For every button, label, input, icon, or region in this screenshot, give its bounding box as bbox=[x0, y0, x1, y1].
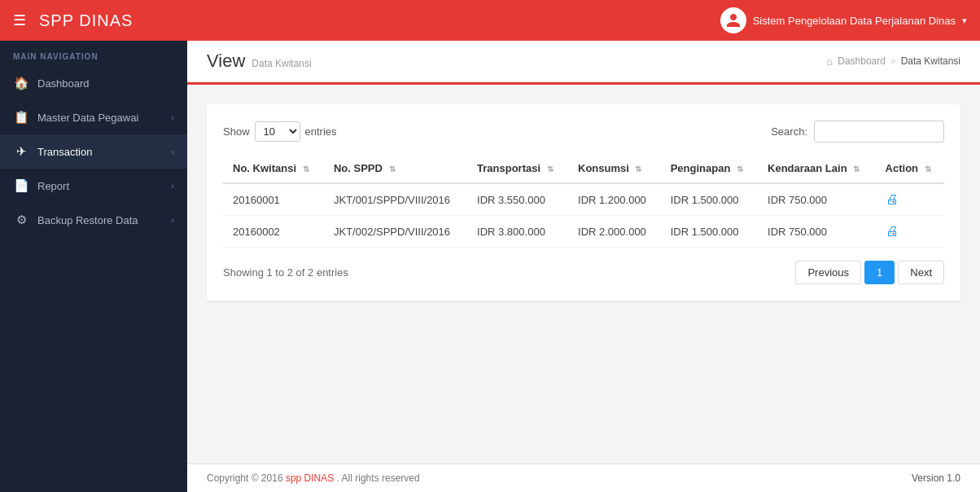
col-kendaraan-lain[interactable]: Kendaraan Lain ⇅ bbox=[758, 154, 876, 183]
col-konsumsi[interactable]: Konsumsi ⇅ bbox=[568, 154, 661, 183]
sidebar-item-backup[interactable]: ⚙ Backup Restore Data › bbox=[0, 203, 187, 237]
sidebar-item-label: Report bbox=[37, 180, 163, 192]
main-layout: Main Navigation 🏠 Dashboard 📋 Master Dat… bbox=[0, 41, 980, 492]
sort-icon: ⇅ bbox=[547, 165, 553, 174]
cell-no-kwitansi: 20160001 bbox=[223, 183, 324, 216]
table-row: 20160001 JKT/001/SPPD/VIII/2016 IDR 3.55… bbox=[223, 183, 944, 216]
sort-icon: ⇅ bbox=[635, 165, 641, 174]
data-card: Show 10 25 50 100 entries Search: bbox=[207, 104, 960, 301]
user-menu-chevron[interactable]: ▾ bbox=[962, 15, 967, 26]
search-label: Search: bbox=[771, 125, 807, 138]
chevron-right-icon: › bbox=[171, 215, 174, 225]
menu-toggle-icon[interactable]: ☰ bbox=[13, 11, 26, 29]
dashboard-icon: 🏠 bbox=[13, 76, 29, 90]
show-label: Show bbox=[223, 125, 250, 138]
cell-no-kwitansi: 20160002 bbox=[223, 216, 324, 248]
entries-label: entries bbox=[305, 125, 337, 138]
cell-transportasi: IDR 3.550.000 bbox=[467, 183, 568, 216]
sidebar-item-label: Dashboard bbox=[37, 77, 174, 90]
footer-copyright: Copyright © 2016 spp DINAS . All rights … bbox=[207, 472, 420, 484]
col-transportasi[interactable]: Transportasi ⇅ bbox=[467, 154, 568, 183]
breadcrumb-current: Data Kwitansi bbox=[901, 55, 960, 67]
col-action[interactable]: Action ⇅ bbox=[876, 154, 944, 183]
search-box: Search: bbox=[771, 121, 944, 143]
cell-no-sppd: JKT/001/SPPD/VIII/2016 bbox=[324, 183, 467, 216]
breadcrumb-separator: » bbox=[890, 55, 896, 67]
main-content: Show 10 25 50 100 entries Search: bbox=[187, 85, 980, 463]
content-area: View Data Kwitansi ⌂ Dashboard » Data Kw… bbox=[187, 41, 980, 492]
show-entries: Show 10 25 50 100 entries bbox=[223, 121, 337, 142]
cell-action: 🖨 bbox=[876, 183, 944, 216]
sort-icon: ⇅ bbox=[925, 165, 931, 174]
col-no-kwitansi[interactable]: No. Kwitansi ⇅ bbox=[223, 154, 324, 183]
page-subtitle: Data Kwitansi bbox=[252, 58, 311, 69]
breadcrumb: ⌂ Dashboard » Data Kwitansi bbox=[826, 55, 960, 68]
breadcrumb-home[interactable]: Dashboard bbox=[838, 55, 886, 67]
report-icon: 📄 bbox=[13, 178, 29, 193]
footer-version: Version 1.0 bbox=[912, 472, 960, 484]
chevron-right-icon: › bbox=[171, 181, 174, 191]
footer-brand-link[interactable]: spp DINAS bbox=[286, 472, 334, 484]
transaction-icon: ✈ bbox=[13, 144, 29, 159]
sort-icon: ⇅ bbox=[389, 165, 396, 174]
pagination: Previous 1 Next bbox=[795, 261, 944, 284]
cell-penginapan: IDR 1.500.000 bbox=[661, 183, 758, 216]
chevron-right-icon: › bbox=[171, 112, 174, 122]
next-button[interactable]: Next bbox=[898, 261, 944, 284]
backup-icon: ⚙ bbox=[13, 213, 29, 227]
page-1-button[interactable]: 1 bbox=[864, 261, 895, 284]
sidebar-item-label: Master Data Pegawai bbox=[37, 112, 163, 124]
table-row: 20160002 JKT/002/SPPD/VIII/2016 IDR 3.80… bbox=[223, 216, 944, 248]
print-icon[interactable]: 🖨 bbox=[886, 224, 899, 238]
col-penginapan[interactable]: Penginapan ⇅ bbox=[661, 154, 758, 183]
topbar-right: Sistem Pengelolaan Data Perjalanan Dinas… bbox=[720, 7, 967, 33]
brand-dinas: DINAS bbox=[74, 11, 133, 29]
sidebar-item-dashboard[interactable]: 🏠 Dashboard bbox=[0, 66, 187, 100]
cell-transportasi: IDR 3.800.000 bbox=[467, 216, 568, 248]
table-controls: Show 10 25 50 100 entries Search: bbox=[223, 121, 944, 143]
table-header: No. Kwitansi ⇅ No. SPPD ⇅ Transportasi ⇅ bbox=[223, 154, 944, 183]
cell-kendaraan-lain: IDR 750.000 bbox=[758, 216, 876, 248]
col-no-sppd[interactable]: No. SPPD ⇅ bbox=[324, 154, 467, 183]
brand-spp: SPP bbox=[39, 11, 74, 29]
sidebar-item-label: Transaction bbox=[37, 146, 163, 158]
cell-konsumsi: IDR 2.000.000 bbox=[568, 216, 661, 248]
home-icon: ⌂ bbox=[826, 55, 833, 68]
cell-penginapan: IDR 1.500.000 bbox=[661, 216, 758, 248]
user-avatar bbox=[720, 7, 746, 33]
entries-select[interactable]: 10 25 50 100 bbox=[255, 121, 300, 142]
page-title: View bbox=[207, 51, 245, 72]
cell-action: 🖨 bbox=[876, 216, 944, 248]
table-footer: Showing 1 to 2 of 2 entries Previous 1 N… bbox=[223, 261, 944, 284]
system-name: Sistem Pengelolaan Data Perjalanan Dinas bbox=[753, 15, 956, 27]
search-input[interactable] bbox=[814, 121, 944, 143]
footer: Copyright © 2016 spp DINAS . All rights … bbox=[187, 463, 980, 492]
app-brand: SPP DINAS bbox=[39, 11, 133, 30]
data-table: No. Kwitansi ⇅ No. SPPD ⇅ Transportasi ⇅ bbox=[223, 154, 944, 248]
table-info: Showing 1 to 2 of 2 entries bbox=[223, 266, 348, 279]
sidebar-item-report[interactable]: 📄 Report › bbox=[0, 169, 187, 203]
sidebar-item-master-data[interactable]: 📋 Master Data Pegawai › bbox=[0, 100, 187, 134]
cell-kendaraan-lain: IDR 750.000 bbox=[758, 183, 876, 216]
master-data-icon: 📋 bbox=[13, 110, 29, 125]
sort-icon: ⇅ bbox=[737, 165, 743, 174]
cell-konsumsi: IDR 1.200.000 bbox=[568, 183, 661, 216]
sort-icon: ⇅ bbox=[853, 165, 860, 174]
chevron-right-icon: › bbox=[171, 147, 174, 156]
sidebar-item-transaction[interactable]: ✈ Transaction › bbox=[0, 134, 187, 169]
page-header: View Data Kwitansi ⌂ Dashboard » Data Kw… bbox=[187, 41, 980, 82]
print-icon[interactable]: 🖨 bbox=[886, 192, 899, 206]
topbar: ☰ SPP DINAS Sistem Pengelolaan Data Perj… bbox=[0, 0, 980, 41]
sidebar-item-label: Backup Restore Data bbox=[37, 214, 163, 226]
sort-icon: ⇅ bbox=[303, 165, 309, 174]
previous-button[interactable]: Previous bbox=[795, 261, 861, 284]
page-title-block: View Data Kwitansi bbox=[207, 51, 312, 72]
nav-label: Main Navigation bbox=[0, 41, 187, 66]
sidebar: Main Navigation 🏠 Dashboard 📋 Master Dat… bbox=[0, 41, 187, 492]
cell-no-sppd: JKT/002/SPPD/VIII/2016 bbox=[324, 216, 467, 248]
table-body: 20160001 JKT/001/SPPD/VIII/2016 IDR 3.55… bbox=[223, 183, 944, 248]
